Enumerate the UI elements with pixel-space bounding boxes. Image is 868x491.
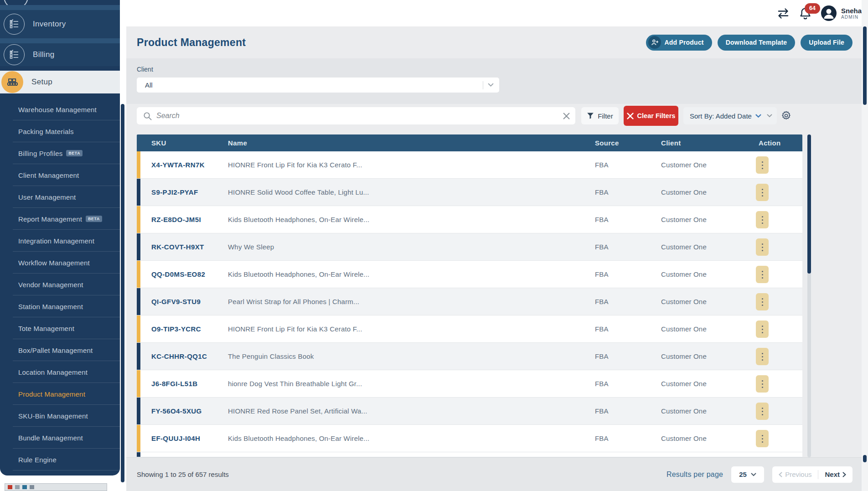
table-row[interactable]: EF-QUUJ-I04H Kids Bluetooth Headphones, …: [137, 425, 802, 452]
table-row[interactable]: X4-YWTA-RN7K HIONRE Front Lip Fit for Ki…: [137, 151, 802, 179]
sidebar-subitem-packing-materials[interactable]: Packing Materials: [0, 120, 120, 142]
taskbar-fragment: [5, 483, 107, 491]
sidebar-subitem-integration-management[interactable]: Integration Management: [0, 230, 120, 252]
sidebar-item-inventory[interactable]: Inventory: [0, 10, 120, 38]
sidebar-item-setup-active[interactable]: Setup: [0, 71, 120, 93]
sku-cell: RK-COVT-H9XT: [151, 233, 204, 260]
download-template-button[interactable]: Download Template: [718, 35, 796, 51]
results-summary: Showing 1 to 25 of 657 results: [137, 470, 229, 478]
source-cell: FBA: [595, 343, 609, 370]
sidebar-subitem-label: Billing Profiles: [18, 150, 62, 157]
sidebar-subitem-product-management[interactable]: Product Management: [0, 383, 120, 405]
sidebar-subitem-location-management[interactable]: Location Management: [0, 361, 120, 383]
sidebar-subitem-report-management[interactable]: Report Management BETA: [0, 208, 120, 230]
sidebar-subitem-billing-profiles[interactable]: Billing Profiles BETA: [0, 142, 120, 164]
sidebar-subitem-user-management[interactable]: User Management: [0, 186, 120, 208]
sidebar-item-label: Billing: [33, 50, 54, 59]
page-scrollbar-thumb[interactable]: [863, 26, 867, 105]
chevron-down-icon: [767, 114, 772, 118]
client-cell: Customer One: [661, 179, 707, 206]
kebab-icon: [762, 165, 763, 166]
table-row[interactable]: RZ-E8DO-JM5I Kids Bluetooth Headphones, …: [137, 206, 802, 233]
table-row[interactable]: QQ-D0MS-EO82 Kids Bluetooth Headphones, …: [137, 261, 802, 288]
client-cell: Customer One: [661, 233, 707, 260]
user-role: ADMIN: [841, 15, 862, 20]
row-actions-kebab-button[interactable]: [756, 184, 769, 201]
page-size-select[interactable]: 25: [731, 466, 764, 483]
name-cell: Kids Bluetooth Headphones, On-Ear Wirele…: [228, 425, 369, 452]
source-cell: FBA: [595, 425, 609, 452]
add-product-label: Add Product: [665, 39, 704, 46]
sidebar-subitem-label: Report Management: [18, 215, 82, 223]
next-page-button[interactable]: Next: [818, 466, 852, 483]
table-row[interactable]: QI-GFV9-STU9 Pearl Wrist Strap for All P…: [137, 288, 802, 315]
table-row[interactable]: KC-CHHR-QQ1C The Penguin Classics Book F…: [137, 343, 802, 370]
notifications-bell-icon[interactable]: 64: [799, 7, 811, 20]
table-settings-gear-icon[interactable]: [781, 110, 791, 121]
row-actions-kebab-button[interactable]: [756, 348, 769, 365]
row-accent: [137, 425, 140, 452]
notification-count-badge: 64: [805, 3, 820, 14]
row-actions-kebab-button[interactable]: [756, 293, 769, 310]
sidebar-item-billing[interactable]: Billing: [0, 43, 120, 66]
sidebar-subitem-label: Tote Management: [18, 325, 74, 332]
sort-by-select[interactable]: Sort By: Added Date: [683, 107, 777, 124]
sidebar-subitem-workflow-management[interactable]: Workflow Management: [0, 252, 120, 274]
row-actions-kebab-button[interactable]: [756, 266, 769, 283]
sidebar-subitem-client-management[interactable]: Client Management: [0, 164, 120, 186]
clear-search-icon[interactable]: [553, 109, 574, 123]
clear-filters-button[interactable]: Clear Filters: [624, 106, 678, 126]
sidebar-subitem-label: Warehouse Management: [18, 106, 97, 114]
previous-page-button[interactable]: Previous: [772, 466, 818, 483]
sidebar-subitem-tote-management[interactable]: Tote Management: [0, 317, 120, 339]
add-product-button[interactable]: Add Product: [646, 35, 712, 51]
pager: Previous Next: [772, 466, 852, 483]
row-actions-kebab-button[interactable]: [756, 156, 769, 174]
sidebar-divider: [0, 38, 120, 43]
sidebar-subitem-label: Location Management: [18, 368, 88, 376]
client-cell: Customer One: [661, 288, 707, 315]
sidebar-subitem-vendor-management[interactable]: Vendor Management: [0, 274, 120, 295]
row-actions-kebab-button[interactable]: [756, 403, 769, 420]
row-actions-kebab-button[interactable]: [756, 320, 769, 338]
table-row[interactable]: FY-56O4-5XUG HIONRE Red Rose Panel Set, …: [137, 398, 802, 425]
table-body: X4-YWTA-RN7K HIONRE Front Lip Fit for Ki…: [137, 151, 802, 452]
table-header: SKU Name Source Client Action: [137, 134, 802, 151]
sidebar-subitem-warehouse-management[interactable]: Warehouse Management: [0, 98, 120, 120]
filter-button[interactable]: Filter: [581, 107, 619, 124]
row-actions-kebab-button[interactable]: [756, 375, 769, 393]
kebab-icon: [762, 301, 763, 303]
sidebar-subitem-label: User Management: [18, 193, 76, 201]
row-actions-kebab-button[interactable]: [756, 430, 769, 447]
sku-cell: J6-8FGI-L51B: [151, 370, 198, 397]
upload-file-button[interactable]: Upload File: [801, 35, 852, 51]
source-cell: FBA: [595, 233, 609, 260]
table-row[interactable]: J6-8FGI-L51B hionre Dog Vest Thin Breath…: [137, 370, 802, 398]
row-accent: [137, 370, 140, 397]
sidebar-scrollbar[interactable]: [121, 104, 124, 482]
table-row[interactable]: S9-PJI2-PYAF HIONRE Solid Wood Coffee Ta…: [137, 179, 802, 206]
row-actions-kebab-button[interactable]: [756, 238, 769, 256]
table-row[interactable]: RK-COVT-H9XT Why We Sleep FBA Customer O…: [137, 233, 802, 261]
source-cell: FBA: [595, 315, 609, 342]
table-scrollbar-track[interactable]: [807, 134, 811, 457]
download-template-label: Download Template: [726, 39, 787, 46]
sku-cell: EF-QUUJ-I04H: [151, 425, 200, 452]
table-scrollbar-thumb[interactable]: [807, 134, 811, 274]
sidebar-subitem-station-management[interactable]: Station Management: [0, 295, 120, 317]
sidebar-subitem-bundle-management[interactable]: Bundle Management: [0, 427, 120, 449]
table-row[interactable]: O9-TIP3-YCRC HIONRE Front Lip Fit for Ki…: [137, 315, 802, 343]
column-header-action: Action: [759, 134, 780, 151]
sync-swap-icon[interactable]: [776, 7, 790, 20]
chevron-down-icon: [755, 114, 761, 118]
sidebar: Inventory Billing Setup Warehouse Manage…: [0, 0, 120, 475]
taskbar-chip: [8, 485, 12, 489]
sidebar-subitem-rule-engine[interactable]: Rule Engine: [0, 449, 120, 470]
row-actions-kebab-button[interactable]: [756, 211, 769, 228]
sidebar-subitem-sku-bin-management[interactable]: SKU-Bin Management: [0, 405, 120, 427]
page-scrollbar-track[interactable]: [862, 0, 868, 491]
search-input[interactable]: [156, 112, 553, 120]
user-menu[interactable]: Sneha ADMIN: [821, 5, 862, 21]
sidebar-subitem-box-pallet-management[interactable]: Box/Pallet Management: [0, 339, 120, 361]
client-select[interactable]: All: [137, 78, 499, 93]
